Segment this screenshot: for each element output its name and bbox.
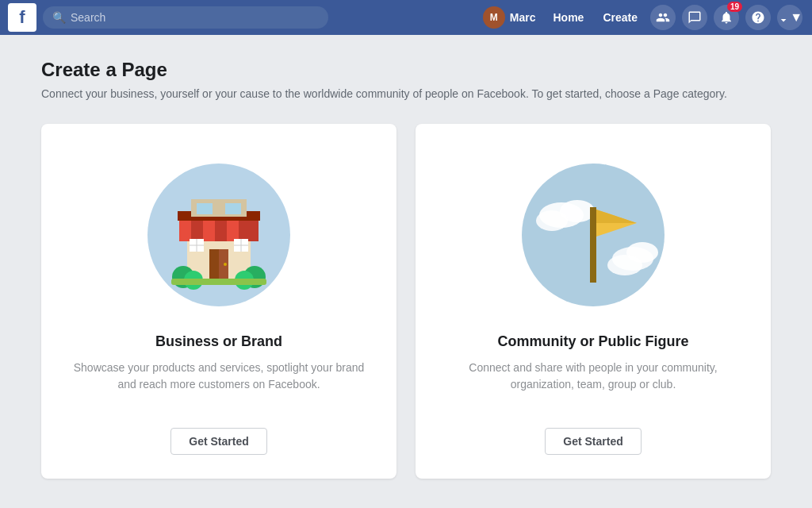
avatar: M: [483, 6, 505, 29]
svg-point-30: [607, 255, 642, 275]
nav-home-link[interactable]: Home: [546, 8, 592, 27]
notifications-button[interactable]: 19: [714, 5, 739, 30]
page-title: Create a Page: [41, 59, 771, 81]
svg-point-12: [224, 263, 227, 266]
community-card: Community or Public Figure Connect and s…: [416, 124, 771, 479]
more-button[interactable]: ▼: [777, 5, 802, 30]
search-input[interactable]: [71, 11, 319, 24]
page-subtitle: Connect your business, yourself or your …: [41, 87, 771, 100]
main-content: Create a Page Connect your business, you…: [25, 35, 787, 502]
facebook-logo: f: [8, 3, 36, 32]
search-bar[interactable]: 🔍: [43, 6, 328, 29]
community-get-started-button[interactable]: Get Started: [545, 428, 641, 455]
svg-rect-5: [227, 217, 239, 241]
search-icon: 🔍: [52, 11, 66, 24]
svg-rect-11: [209, 249, 219, 279]
svg-point-27: [536, 210, 568, 231]
nav-user[interactable]: M Marc: [477, 3, 542, 32]
community-illustration: [514, 156, 672, 314]
help-button[interactable]: [745, 5, 771, 30]
friend-requests-button[interactable]: [650, 5, 676, 30]
community-card-title: Community or Public Figure: [497, 333, 688, 350]
notification-badge: 19: [727, 2, 742, 12]
svg-rect-8: [197, 203, 213, 214]
svg-rect-23: [171, 279, 266, 285]
messenger-button[interactable]: [682, 5, 707, 30]
business-card-title: Business or Brand: [155, 333, 282, 350]
business-get-started-button[interactable]: Get Started: [170, 428, 266, 455]
community-card-description: Connect and share with people in your co…: [439, 360, 747, 409]
navbar-right: M Marc Home Create 19 ▼: [477, 3, 804, 32]
svg-rect-31: [590, 207, 596, 283]
svg-rect-4: [203, 217, 215, 241]
business-illustration: [140, 156, 298, 314]
cards-container: Business or Brand Showcase your products…: [41, 124, 771, 479]
business-card-description: Showcase your products and services, spo…: [65, 360, 373, 409]
svg-rect-3: [179, 217, 191, 241]
nav-create-link[interactable]: Create: [595, 8, 645, 27]
svg-rect-9: [225, 203, 241, 214]
user-name: Marc: [510, 11, 536, 24]
business-brand-card: Business or Brand Showcase your products…: [41, 124, 396, 479]
navbar: f 🔍 M Marc Home Create 19 ▼: [0, 0, 812, 35]
